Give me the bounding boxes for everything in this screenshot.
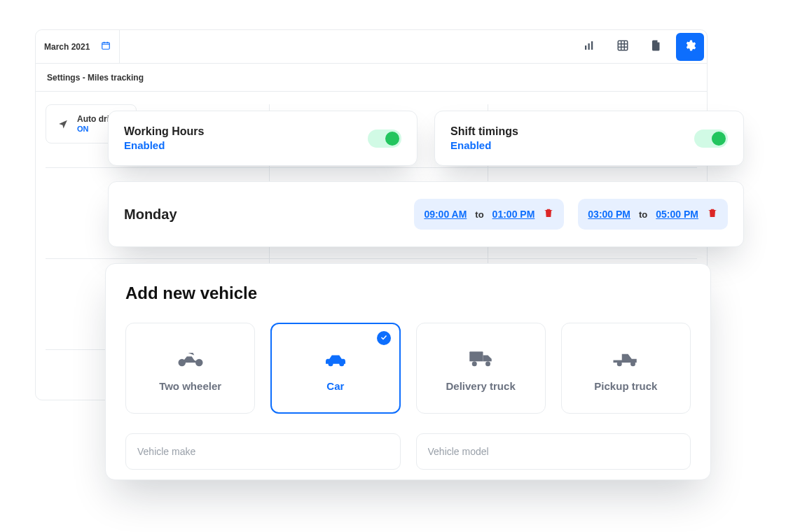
export-button[interactable] [642,33,670,61]
vehicle-make-input[interactable] [125,433,401,470]
vehicle-type-label: Pickup truck [594,380,657,392]
breadcrumb: Settings - Miles tracking [36,64,707,92]
gear-icon [684,39,696,55]
add-vehicle-card: Add new vehicle Two wheeler Car [105,263,711,480]
svg-rect-4 [618,41,628,50]
svg-point-13 [630,361,635,366]
box-truck-icon [464,345,497,370]
svg-rect-0 [102,43,110,49]
vehicle-type-two-wheeler[interactable]: Two wheeler [125,323,255,414]
topbar-actions [572,30,707,63]
motorcycle-icon [174,345,207,370]
add-vehicle-heading: Add new vehicle [125,284,691,303]
svg-point-10 [472,361,477,366]
vehicle-type-label: Car [326,380,344,392]
svg-point-7 [328,361,333,366]
slot-start-time[interactable]: 09:00 AM [424,209,467,220]
svg-point-8 [339,361,344,366]
analytics-button[interactable] [575,33,603,61]
topbar: March 2021 [36,30,707,64]
slot-end-time[interactable]: 01:00 PM [492,209,535,220]
vehicle-type-pickup-truck[interactable]: Pickup truck [561,323,691,414]
vehicle-type-grid: Two wheeler Car Delivery truck [125,323,691,414]
svg-rect-3 [591,41,593,50]
settings-button[interactable] [676,33,704,61]
vehicle-type-car[interactable]: Car [270,323,400,414]
svg-point-12 [617,361,622,366]
working-hours-card: Working Hours Enabled [108,111,418,166]
working-hours-toggle[interactable] [368,130,401,148]
chart-icon [583,39,595,55]
calendar-icon [101,41,111,52]
settings-floater: Working Hours Enabled Shift timings Enab… [108,111,744,247]
slot-to-label: to [639,209,647,220]
shift-timings-toggle[interactable] [694,130,728,148]
shift-timings-status: Enabled [450,139,518,151]
delete-slot-button[interactable] [707,207,718,221]
shift-timings-title: Shift timings [450,125,518,138]
trash-icon [707,207,718,221]
vehicle-model-input[interactable] [416,433,691,470]
selected-badge [377,331,391,345]
pickup-truck-icon [609,345,642,370]
svg-rect-9 [469,351,483,361]
svg-point-11 [485,361,490,366]
working-hours-status: Enabled [124,139,204,151]
slot-to-label: to [475,209,483,220]
trash-icon [543,207,554,221]
check-icon [380,332,388,344]
slot-end-time[interactable]: 05:00 PM [656,209,698,220]
grid-icon [616,39,629,55]
car-icon [319,345,352,370]
time-slot: 09:00 AM to 01:00 PM [414,199,564,230]
time-slot: 03:00 PM to 05:00 PM [578,199,728,230]
breadcrumb-text: Settings - Miles tracking [47,73,144,83]
date-label: March 2021 [44,42,90,52]
svg-rect-1 [585,46,586,50]
file-icon [650,39,663,55]
grid-button[interactable] [609,33,637,61]
vehicle-type-label: Delivery truck [446,380,516,392]
svg-rect-2 [588,43,590,50]
working-hours-title: Working Hours [124,125,204,138]
shift-timings-card: Shift timings Enabled [434,111,744,166]
vehicle-type-delivery-truck[interactable]: Delivery truck [416,323,546,414]
day-name: Monday [124,206,177,223]
slot-start-time[interactable]: 03:00 PM [588,209,630,220]
date-picker[interactable]: March 2021 [36,30,120,63]
delete-slot-button[interactable] [543,207,554,221]
vehicle-type-label: Two wheeler [159,380,221,392]
day-schedule-card: Monday 09:00 AM to 01:00 PM 03:00 PM to … [108,181,744,247]
